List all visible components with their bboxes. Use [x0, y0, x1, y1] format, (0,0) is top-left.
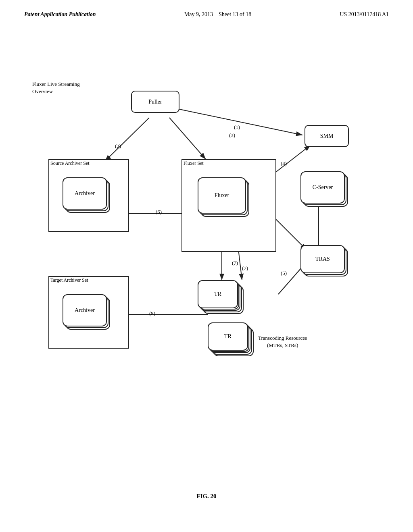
label-n8: (8)	[149, 310, 155, 317]
puller-box: Puller	[131, 91, 179, 113]
svg-line-5	[177, 109, 302, 135]
label-n2: (2)	[115, 143, 121, 150]
label-n4: (4)	[281, 160, 287, 167]
c-server-label: C-Server	[313, 184, 333, 191]
label-n6: (6)	[156, 209, 162, 215]
transcoding-resources-label: Transcoding Resources (MTRs, STRs)	[258, 335, 307, 349]
tr-line2: (MTRs, STRs)	[258, 342, 307, 349]
diagram-area: Fluxer Live Streaming Overview Puller SM…	[24, 56, 389, 468]
label-n7: (7)	[232, 260, 238, 266]
label-n7b: (7)	[242, 265, 248, 272]
fluxer-set-label: Fluxer Set	[184, 160, 204, 166]
header-publication-type: Patent Application Publication	[24, 11, 96, 18]
tr-line1: Transcoding Resources	[258, 335, 307, 342]
smm-label: SMM	[320, 133, 334, 139]
tras-label: TRAS	[315, 256, 330, 262]
label-n5: (5)	[281, 270, 287, 276]
figure-caption: FIG. 20	[0, 493, 413, 500]
puller-label: Puller	[148, 99, 162, 105]
smm-box: SMM	[305, 125, 349, 147]
diagram-title-line1: Fluxer Live Streaming	[32, 81, 80, 88]
header-date: May 9, 2013	[184, 11, 213, 17]
diagram-title: Fluxer Live Streaming Overview	[32, 81, 80, 95]
svg-line-14	[274, 218, 307, 250]
diagram-title-line2: Overview	[32, 88, 80, 95]
label-n1: (1)	[234, 124, 240, 131]
label-n3: (3)	[229, 132, 235, 139]
figure-caption-text: FIG. 20	[196, 493, 216, 499]
tr1-label: TR	[214, 291, 221, 297]
header-patent-number: US 2013/0117418 A1	[340, 11, 389, 18]
svg-line-6	[169, 118, 206, 159]
source-archiver-set-label: Source Archiver Set	[50, 160, 90, 166]
header-date-sheet: May 9, 2013 Sheet 13 of 18	[184, 11, 251, 18]
fluxer-label: Fluxer	[215, 192, 229, 199]
page-header: Patent Application Publication May 9, 20…	[0, 0, 413, 18]
archiver1-label: Archiver	[75, 190, 95, 197]
header-sheet: Sheet 13 of 18	[219, 11, 251, 17]
svg-line-4	[105, 118, 149, 161]
target-archiver-set-label: Target Archiver Set	[50, 277, 88, 283]
tr2-label: TR	[224, 333, 232, 340]
svg-line-7	[274, 145, 311, 173]
archiver2-label: Archiver	[75, 307, 95, 314]
